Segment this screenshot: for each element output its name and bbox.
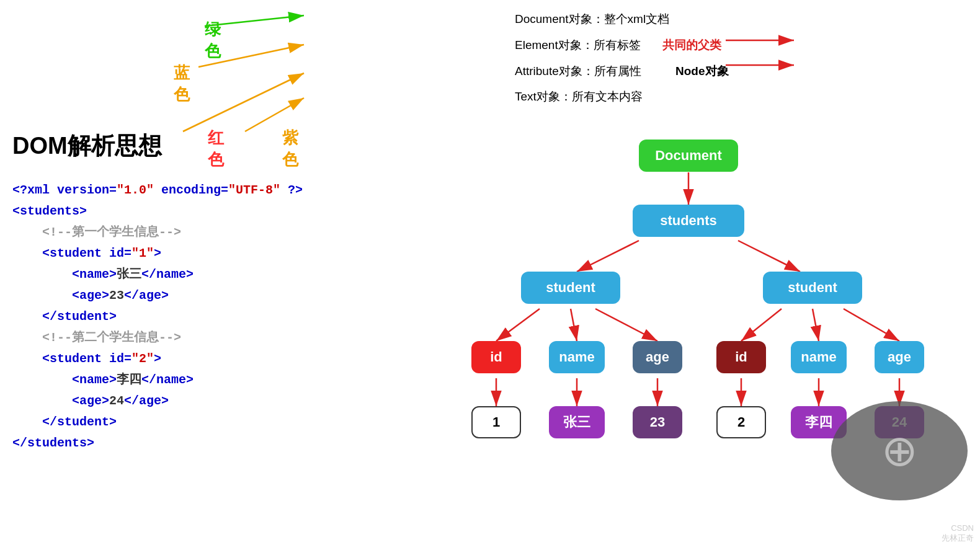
- document-node: Document: [639, 140, 738, 172]
- svg-line-12: [577, 241, 639, 272]
- val1-node: 1: [471, 406, 521, 438]
- xml-line-12: </student>: [12, 412, 303, 433]
- student1-node: student: [521, 272, 620, 304]
- svg-line-5: [183, 73, 304, 131]
- blue-label: 蓝色: [174, 62, 190, 105]
- xml-code: <?xml version="1.0" encoding="UTF-8" ?> …: [12, 180, 303, 454]
- name1-node: name: [549, 341, 605, 373]
- watermark-plus-icon: ⊕: [881, 429, 918, 472]
- green-label: 绿色: [205, 19, 221, 62]
- svg-line-13: [738, 241, 800, 272]
- val-zhangsan-node: 张三: [549, 406, 605, 438]
- student2-node: student: [763, 272, 862, 304]
- xml-line-6: <age>23</age>: [12, 285, 303, 306]
- svg-line-16: [595, 309, 657, 341]
- left-section: 绿色 蓝色 红色 紫色 DOM解析思想 <?xml version="1.0" …: [0, 0, 434, 550]
- obj-item-element: Element对象：所有标签 共同的父类: [515, 32, 729, 58]
- val2-node: 2: [716, 406, 766, 438]
- val23-node: 23: [633, 406, 682, 438]
- obj-item-attribute: Attribute对象：所有属性 Node对象: [515, 58, 729, 84]
- red-label: 红色: [208, 127, 224, 171]
- svg-line-6: [245, 98, 304, 131]
- xml-line-3: <!--第一个学生信息-->: [12, 222, 303, 243]
- svg-line-19: [844, 309, 899, 341]
- age2-node: age: [875, 341, 924, 373]
- node-obj-label: Node对象: [675, 64, 729, 78]
- xml-line-11: <age>24</age>: [12, 391, 303, 412]
- svg-line-17: [741, 309, 782, 341]
- watermark: ⊕: [831, 401, 968, 500]
- obj-item-document: Document对象：整个xml文档: [515, 6, 729, 32]
- xml-line-4: <student id="1">: [12, 243, 303, 264]
- svg-line-18: [813, 309, 819, 341]
- name2-node: name: [791, 341, 847, 373]
- svg-line-15: [571, 309, 577, 341]
- xml-line-5: <name>张三</name>: [12, 264, 303, 285]
- obj-item-text: Text对象：所有文本内容: [515, 84, 729, 110]
- id2-node: id: [716, 341, 766, 373]
- watermark-credit: CSDN先林正奇: [942, 523, 974, 544]
- shared-parent-label: 共同的父类: [662, 38, 721, 51]
- obj-list: Document对象：整个xml文档 Element对象：所有标签 共同的父类 …: [515, 6, 729, 110]
- purple-label: 紫色: [282, 127, 298, 171]
- xml-line-10: <name>李四</name>: [12, 370, 303, 391]
- xml-line-1: <?xml version="1.0" encoding="UTF-8" ?>: [12, 180, 303, 201]
- age1-node: age: [633, 341, 682, 373]
- xml-line-9: <student id="2">: [12, 348, 303, 370]
- dom-title: DOM解析思想: [12, 130, 162, 162]
- xml-line-8: <!--第二个学生信息-->: [12, 327, 303, 348]
- students-node: students: [633, 205, 744, 237]
- xml-line-13: </students>: [12, 433, 303, 454]
- svg-line-14: [496, 309, 540, 341]
- obj-description-list: Document对象：整个xml文档 Element对象：所有标签 共同的父类 …: [515, 6, 729, 110]
- xml-line-7: </student>: [12, 306, 303, 327]
- id1-node: id: [471, 341, 521, 373]
- xml-line-2: <students>: [12, 201, 303, 222]
